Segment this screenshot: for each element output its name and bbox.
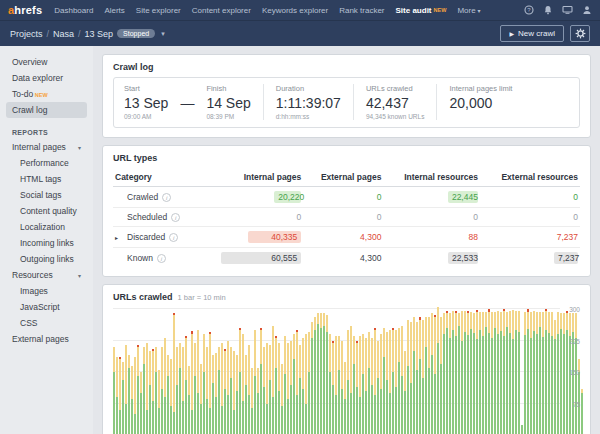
- stacked-bar[interactable]: [332, 341, 334, 434]
- stacked-bar[interactable]: [524, 312, 526, 434]
- stacked-bar[interactable]: [317, 313, 319, 434]
- stacked-bar[interactable]: [275, 336, 277, 434]
- stacked-bar[interactable]: [290, 341, 292, 434]
- new-crawl-button[interactable]: ▶New crawl: [500, 25, 564, 42]
- ahrefs-logo[interactable]: ahrefs: [8, 4, 42, 16]
- nav-item-keywords-explorer[interactable]: Keywords explorer: [262, 6, 328, 15]
- stacked-bar[interactable]: [134, 357, 136, 434]
- stacked-bar[interactable]: [191, 331, 193, 434]
- stacked-bar[interactable]: [251, 368, 253, 434]
- stacked-bar[interactable]: [440, 317, 442, 434]
- stacked-bar[interactable]: [254, 330, 256, 434]
- stacked-bar[interactable]: [494, 312, 496, 434]
- stacked-bar[interactable]: [365, 338, 367, 434]
- stacked-bar[interactable]: [170, 359, 172, 434]
- sidebar-item-to-do[interactable]: To-do NEW: [6, 86, 87, 102]
- bell-icon[interactable]: [543, 5, 553, 15]
- sidebar-item-internal-pages[interactable]: Internal pages▾: [6, 139, 87, 155]
- nav-item-dashboard[interactable]: Dashboard: [54, 6, 93, 15]
- stacked-bar[interactable]: [545, 309, 547, 434]
- stacked-bar[interactable]: [374, 328, 376, 434]
- sidebar-item-overview[interactable]: Overview: [6, 54, 87, 70]
- sidebar-item-external-pages[interactable]: External pages: [6, 331, 87, 347]
- stacked-bar[interactable]: [416, 322, 418, 434]
- stacked-bar[interactable]: [341, 341, 343, 434]
- stacked-bar[interactable]: [218, 347, 220, 434]
- sidebar-item-content-quality[interactable]: Content quality: [6, 203, 87, 219]
- stacked-bar[interactable]: [152, 349, 154, 434]
- stacked-bar[interactable]: [506, 312, 508, 434]
- stacked-bar[interactable]: [212, 355, 214, 434]
- settings-gear-button[interactable]: [570, 25, 590, 42]
- stacked-bar[interactable]: [113, 347, 115, 434]
- stacked-bar[interactable]: [266, 343, 268, 434]
- stacked-bar[interactable]: [398, 328, 400, 434]
- stacked-bar[interactable]: [437, 307, 439, 434]
- sidebar-item-performance[interactable]: Performance: [6, 155, 87, 171]
- stacked-bar[interactable]: [542, 312, 544, 434]
- stacked-bar[interactable]: [386, 332, 388, 434]
- stacked-bar[interactable]: [260, 328, 262, 434]
- stacked-bar[interactable]: [389, 330, 391, 434]
- sidebar-item-incoming-links[interactable]: Incoming links: [6, 235, 87, 251]
- stacked-bar[interactable]: [179, 343, 181, 434]
- stacked-bar[interactable]: [296, 330, 298, 434]
- stacked-bar[interactable]: [272, 326, 274, 434]
- stacked-bar[interactable]: [509, 311, 511, 434]
- breadcrumb-part[interactable]: Projects: [10, 29, 43, 39]
- stacked-bar[interactable]: [128, 355, 130, 434]
- stacked-bar[interactable]: [368, 332, 370, 434]
- stacked-bar[interactable]: [263, 347, 265, 434]
- stacked-bar[interactable]: [422, 320, 424, 434]
- stacked-bar[interactable]: [458, 313, 460, 434]
- stacked-bar[interactable]: [323, 313, 325, 434]
- stacked-bar[interactable]: [203, 334, 205, 434]
- stacked-bar[interactable]: [161, 347, 163, 434]
- stacked-bar[interactable]: [146, 343, 148, 434]
- stacked-bar[interactable]: [536, 312, 538, 434]
- stacked-bar[interactable]: [206, 347, 208, 434]
- stacked-bar[interactable]: [395, 330, 397, 434]
- stacked-bar[interactable]: [353, 336, 355, 434]
- sidebar-item-resources[interactable]: Resources▾: [6, 267, 87, 283]
- stacked-bar[interactable]: [248, 345, 250, 434]
- stacked-bar[interactable]: [137, 345, 139, 434]
- stacked-bar[interactable]: [401, 326, 403, 434]
- stacked-bar[interactable]: [326, 315, 328, 434]
- stacked-bar[interactable]: [449, 313, 451, 434]
- stacked-bar[interactable]: [488, 309, 490, 434]
- monitor-icon[interactable]: [562, 5, 573, 15]
- nav-item-more[interactable]: More▾: [457, 6, 480, 15]
- stacked-bar[interactable]: [557, 312, 559, 434]
- stacked-bar[interactable]: [122, 362, 124, 434]
- stacked-bar[interactable]: [425, 317, 427, 434]
- stacked-bar[interactable]: [131, 366, 133, 434]
- sidebar-item-social-tags[interactable]: Social tags: [6, 187, 87, 203]
- stacked-bar[interactable]: [119, 357, 121, 434]
- stacked-bar[interactable]: [512, 310, 514, 434]
- stacked-bar[interactable]: [452, 311, 454, 434]
- stacked-bar[interactable]: [209, 332, 211, 434]
- stacked-bar[interactable]: [314, 317, 316, 434]
- stacked-bar[interactable]: [581, 389, 583, 434]
- sidebar-item-data-explorer[interactable]: Data explorer: [6, 70, 87, 86]
- nav-item-site-explorer[interactable]: Site explorer: [136, 6, 181, 15]
- stacked-bar[interactable]: [377, 341, 379, 434]
- stacked-bar[interactable]: [164, 338, 166, 434]
- sidebar-item-localization[interactable]: Localization: [6, 219, 87, 235]
- stacked-bar[interactable]: [188, 366, 190, 434]
- stacked-bar[interactable]: [221, 343, 223, 434]
- stacked-bar[interactable]: [302, 338, 304, 434]
- stacked-bar[interactable]: [503, 309, 505, 434]
- stacked-bar[interactable]: [434, 315, 436, 434]
- stacked-bar[interactable]: [410, 322, 412, 434]
- stacked-bar[interactable]: [167, 355, 169, 434]
- stacked-bar[interactable]: [431, 313, 433, 434]
- info-icon[interactable]: i: [162, 193, 171, 202]
- stacked-bar[interactable]: [143, 347, 145, 434]
- bar-chart-plot[interactable]: [113, 309, 560, 434]
- info-icon[interactable]: i: [169, 233, 178, 242]
- stacked-bar[interactable]: [551, 312, 553, 434]
- user-icon[interactable]: [582, 5, 592, 15]
- stacked-bar[interactable]: [521, 425, 523, 434]
